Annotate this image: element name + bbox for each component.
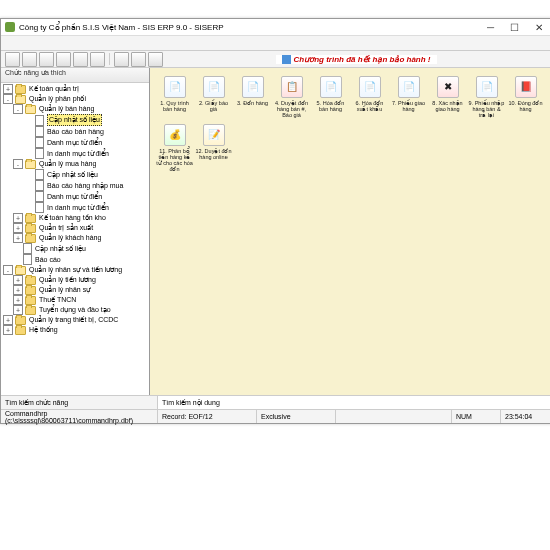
collapse-icon[interactable]: - [13, 104, 23, 114]
tree-label: Thuế TNCN [39, 295, 76, 305]
tree-item[interactable]: +Quản lý trang thiết bị, CCDC [1, 315, 149, 325]
tree-item[interactable]: +Kế toán hàng tồn kho [1, 213, 149, 223]
folder-icon [15, 85, 26, 94]
tree-item[interactable]: +Kế toán quản trị [1, 84, 149, 94]
titlebar: Công ty Cổ phần S.I.S Việt Nam - SIS ERP… [1, 19, 550, 36]
app-shortcut[interactable]: 📝12. Duyệt đơn hàng online [195, 122, 232, 174]
tree-item[interactable]: -Quản lý nhân sự và tiền lương [1, 265, 149, 275]
app-shortcut[interactable]: 📄5. Hóa đơn bán hàng [312, 74, 349, 120]
app-icon [5, 22, 15, 32]
tree-item[interactable]: Cập nhật số liệu [1, 114, 149, 126]
sidebar: Chức năng ưa thích +Kế toán quản trị-Quả… [1, 68, 150, 395]
search-content-label[interactable]: Tìm kiếm nội dung [158, 396, 550, 409]
tree-item[interactable]: +Thuế TNCN [1, 295, 149, 305]
tree-label: Quản lý phân phối [29, 94, 86, 104]
tree-item[interactable]: Báo cáo bán hàng [1, 126, 149, 137]
expand-icon[interactable]: + [13, 295, 23, 305]
folder-icon [25, 234, 36, 243]
tree-item[interactable]: -Quản lý phân phối [1, 94, 149, 104]
tree-label: Báo cáo hàng nhập mua [47, 181, 123, 191]
shortcut-icon: 💰 [164, 124, 186, 146]
tree-item[interactable]: +Quản trị sản xuất [1, 223, 149, 233]
collapse-icon[interactable]: - [13, 159, 23, 169]
folder-icon [15, 316, 26, 325]
app-shortcut[interactable]: 💰11. Phân bổ tiền hàng kế từ cho các hóa… [156, 122, 193, 174]
app-shortcut[interactable]: 📄1. Quy trình bán hàng [156, 74, 193, 120]
toolbar-button[interactable] [90, 52, 105, 67]
app-shortcut[interactable]: 📕10. Đóng đơn hàng [507, 74, 544, 120]
expand-icon[interactable]: + [13, 233, 23, 243]
expand-icon[interactable]: + [3, 315, 13, 325]
shortcut-icon: ✖ [437, 76, 459, 98]
expand-icon[interactable]: + [13, 213, 23, 223]
toolbar-button[interactable] [114, 52, 129, 67]
search-bar: Tìm kiếm chức năng Tìm kiếm nội dung [1, 395, 550, 409]
tree-item[interactable]: +Quản lý tiền lương [1, 275, 149, 285]
body: Chức năng ưa thích +Kế toán quản trị-Quả… [1, 68, 550, 395]
icon-grid: 📄1. Quy trình bán hàng📄2. Giấy báo giá📄3… [156, 74, 545, 174]
nav-tree[interactable]: +Kế toán quản trị-Quản lý phân phối-Quản… [1, 83, 149, 395]
toolbar-button[interactable] [73, 52, 88, 67]
tree-item[interactable]: -Quản lý bán hàng [1, 104, 149, 114]
tree-item[interactable]: In danh mục từ điển [1, 202, 149, 213]
document-icon [35, 191, 44, 202]
tree-label: Quản lý khách hàng [39, 233, 101, 243]
toolbar-button[interactable] [131, 52, 146, 67]
tree-item[interactable]: Danh mục từ điển [1, 191, 149, 202]
tree-label: Cập nhật số liệu [35, 244, 86, 254]
maximize-button[interactable]: ☐ [506, 22, 523, 33]
shortcut-icon: 📄 [242, 76, 264, 98]
expand-icon[interactable]: + [3, 325, 13, 335]
app-shortcut[interactable]: 📄3. Đơn hàng [234, 74, 271, 120]
app-shortcut[interactable]: ✖8. Xác nhận giao hàng [429, 74, 466, 120]
toolbar-button[interactable] [56, 52, 71, 67]
tree-label: Tuyển dụng và đào tạo [39, 305, 111, 315]
banner: Chương trình đã hết hạn bảo hành ! [276, 55, 437, 64]
tree-label: Báo cáo bán hàng [47, 127, 104, 137]
toolbar-button[interactable] [148, 52, 163, 67]
document-icon [35, 126, 44, 137]
app-shortcut[interactable]: 📋4. Duyệt đơn hàng bán #, Báo giá [273, 74, 310, 120]
tree-item[interactable]: Cập nhật số liệu [1, 169, 149, 180]
tree-item[interactable]: +Quản lý nhân sự [1, 285, 149, 295]
tree-item[interactable]: Báo cáo [1, 254, 149, 265]
search-function-label[interactable]: Tìm kiếm chức năng [1, 396, 158, 409]
expand-icon[interactable]: + [13, 223, 23, 233]
collapse-icon[interactable]: - [3, 94, 13, 104]
expand-icon[interactable]: + [13, 305, 23, 315]
toolbar-button[interactable] [22, 52, 37, 67]
status-path: Commandhrp (c:\sissssql\860063711\comman… [1, 410, 158, 423]
info-icon [282, 55, 291, 64]
toolbar-button[interactable] [39, 52, 54, 67]
tree-item[interactable]: In danh mục từ điển [1, 148, 149, 159]
app-shortcut[interactable]: 📄7. Phiếu giao hàng [390, 74, 427, 120]
document-icon [35, 169, 44, 180]
sidebar-header: Chức năng ưa thích [1, 68, 149, 83]
tree-item[interactable]: +Hệ thống [1, 325, 149, 335]
expand-icon[interactable]: + [13, 275, 23, 285]
tree-item[interactable]: +Tuyển dụng và đào tạo [1, 305, 149, 315]
minimize-button[interactable]: ─ [483, 22, 498, 33]
spacer [25, 204, 33, 212]
main-panel: 📄1. Quy trình bán hàng📄2. Giấy báo giá📄3… [150, 68, 550, 395]
collapse-icon[interactable]: - [3, 265, 13, 275]
folder-icon [25, 276, 36, 285]
toolbar-button[interactable] [5, 52, 20, 67]
tree-item[interactable]: +Quản lý khách hàng [1, 233, 149, 243]
tree-item[interactable]: Danh mục từ điển [1, 137, 149, 148]
expand-icon[interactable]: + [3, 84, 13, 94]
app-shortcut[interactable]: 📄6. Hóa đơn xuất khẩu [351, 74, 388, 120]
app-shortcut[interactable]: 📄9. Phiếu nhập hàng bán & trả lại [468, 74, 505, 120]
tree-label: Quản lý tiền lương [39, 275, 96, 285]
tree-item[interactable]: Báo cáo hàng nhập mua [1, 180, 149, 191]
spacer [13, 245, 21, 253]
app-shortcut[interactable]: 📄2. Giấy báo giá [195, 74, 232, 120]
close-button[interactable]: ✕ [531, 22, 547, 33]
tree-item[interactable]: Cập nhật số liệu [1, 243, 149, 254]
menubar [1, 36, 550, 51]
tree-label: Cập nhật số liệu [47, 114, 102, 126]
tree-item[interactable]: -Quản lý mua hàng [1, 159, 149, 169]
folder-icon [25, 296, 36, 305]
shortcut-icon: 📄 [203, 76, 225, 98]
expand-icon[interactable]: + [13, 285, 23, 295]
